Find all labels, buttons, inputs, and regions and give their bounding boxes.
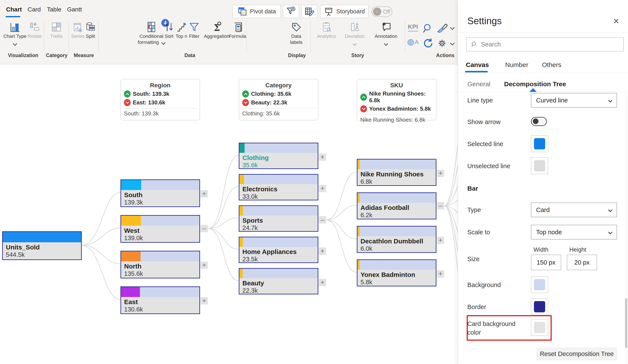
close-icon[interactable]: ×	[613, 16, 619, 26]
collapse-button-category[interactable]: –	[319, 216, 326, 223]
accessibility-button[interactable]: A	[407, 39, 419, 46]
trend-up-icon	[360, 94, 367, 101]
chevron-down-icon	[608, 230, 613, 234]
expand-button-north[interactable]: +	[200, 262, 208, 269]
expand-button-decathlon[interactable]: +	[437, 237, 444, 244]
oa-circle-icon	[407, 39, 414, 46]
tree-node-east[interactable]: East 130.6k	[120, 287, 200, 314]
card-bottom-contributor: East: 130.6k	[133, 99, 165, 106]
pivot-data-button[interactable]: Pivot data	[233, 5, 281, 18]
annotation-chevron-icon[interactable]	[384, 42, 388, 46]
node-bar-fill	[121, 216, 141, 226]
node-bar-fill	[239, 269, 243, 278]
autosave-toggle[interactable]: Off	[372, 6, 392, 17]
summary-card-sku: SKU Nike Running Shoes: 6.8k Yonex Badmi…	[357, 79, 436, 120]
tree-node-south[interactable]: South 139.3k	[120, 179, 200, 207]
group-label-data: Data	[162, 53, 218, 58]
annotation-button[interactable]: Annotation	[369, 21, 403, 44]
unselected-line-color-swatch[interactable]	[531, 157, 548, 174]
tree-node-yonex-badminton[interactable]: Yonex Badminton 5.8k	[357, 259, 436, 287]
subtab-decomposition-tree[interactable]: Decomposition Tree	[504, 80, 566, 88]
tree-node-clothing[interactable]: Clothing 35.6k	[239, 143, 318, 169]
show-arrow-toggle[interactable]	[531, 117, 547, 126]
scrollbar-thumb[interactable]	[625, 298, 627, 348]
tab-gantt[interactable]: Gantt	[67, 6, 82, 13]
data-labels-button[interactable]: Data labels	[279, 21, 314, 45]
panel-divider	[458, 32, 628, 33]
tab-chart[interactable]: Chart	[6, 6, 22, 13]
settings-search-box[interactable]	[466, 37, 624, 51]
subtab-general[interactable]: General	[467, 80, 490, 88]
deviation-button: Deviation	[337, 21, 372, 44]
expand-button-clothing[interactable]: +	[319, 153, 326, 161]
tab-table[interactable]: Table	[47, 6, 61, 13]
tree-node-sports[interactable]: Sports 24.7k	[239, 205, 318, 232]
tree-node-nike-running-shoes[interactable]: Nike Running Shoes 6.8k	[357, 159, 436, 186]
zoom-search-button[interactable]	[422, 22, 434, 35]
card-divider	[124, 108, 197, 109]
search-icon	[471, 41, 477, 48]
card-title: Region	[121, 82, 200, 89]
tree-node-west[interactable]: West 139.0k	[120, 215, 200, 243]
tree-node-beauty[interactable]: Beauty 22.3k	[239, 268, 318, 294]
split-icon	[73, 21, 108, 33]
brush-button[interactable]	[436, 23, 448, 35]
tree-node-decathlon-dumbbell[interactable]: Decathlon Dumbbell 6.0k	[357, 226, 436, 253]
storyboard-button[interactable]: Storyboard	[320, 5, 369, 18]
tree-node-home-appliances[interactable]: Home Appliances 23.5k	[239, 237, 318, 263]
settings-panel: Settings × Canvas Number Others General …	[458, 0, 628, 364]
tab-card[interactable]: Card	[28, 6, 41, 13]
scale-to-dropdown[interactable]: Top node	[531, 225, 617, 239]
formula-button[interactable]: Formula	[220, 21, 255, 39]
tab-canvas[interactable]: Canvas	[466, 61, 489, 69]
split-button[interactable]: Split	[73, 21, 108, 39]
tree-node-electronics[interactable]: Electronics 33.0k	[239, 174, 318, 200]
card-bottom-contributor: Beauty: 22.3k	[251, 99, 287, 106]
active-tab-underline	[6, 16, 20, 17]
expand-button-south[interactable]: +	[200, 190, 208, 198]
search-input[interactable]	[480, 41, 611, 48]
tab-others[interactable]: Others	[542, 61, 561, 69]
tree-node-units-sold[interactable]: Units_Sold 544.5k	[2, 231, 82, 260]
chart-type-chevron-icon[interactable]	[13, 42, 17, 46]
kpi-button[interactable]: KPI	[408, 23, 418, 32]
group-label-measure: Measure	[56, 53, 112, 58]
collapse-button-sku[interactable]: –	[437, 202, 444, 210]
storyboard-icon	[324, 6, 334, 16]
bar-type-dropdown[interactable]: Card	[531, 203, 617, 217]
height-input[interactable]: 20 px	[567, 255, 597, 270]
expand-button-yonex[interactable]: +	[437, 270, 444, 278]
lightning-icon	[373, 7, 381, 16]
table-edit-button[interactable]	[301, 5, 317, 18]
width-input[interactable]: 150 px	[531, 255, 561, 270]
panel-scrollbar[interactable]	[625, 93, 627, 364]
trend-down-icon	[124, 99, 131, 106]
collapse-button-region[interactable]: –	[200, 225, 208, 232]
node-bar-fill	[357, 226, 360, 236]
border-color-swatch[interactable]	[531, 298, 548, 315]
settings-title: Settings	[467, 15, 502, 26]
conditional-formatting-chevron-icon[interactable]	[161, 40, 166, 45]
expand-button-nike[interactable]: +	[437, 170, 444, 177]
card-top-contributor: Clothing: 35.6k	[251, 91, 291, 97]
app-root: Chart Card Table Gantt Chart Type Rotate	[0, 0, 628, 364]
expand-button-east[interactable]: +	[200, 297, 208, 304]
expand-button-electronics[interactable]: +	[319, 185, 326, 192]
line-type-dropdown[interactable]: Curved line	[531, 93, 617, 108]
brush-chevron-icon[interactable]	[450, 25, 455, 30]
refresh-button[interactable]	[422, 37, 434, 50]
background-color-swatch[interactable]	[531, 276, 548, 293]
filter-status-button[interactable]	[283, 5, 299, 18]
expand-button-home-appliances[interactable]: +	[319, 247, 326, 255]
card-divider	[242, 108, 315, 109]
selected-line-color-swatch[interactable]	[531, 135, 548, 152]
reset-decomposition-tree-button[interactable]: Reset Decomposition Tree	[537, 348, 617, 360]
expand-button-beauty[interactable]: +	[319, 279, 326, 286]
card-background-color-swatch[interactable]	[531, 319, 548, 336]
gear-chevron-icon[interactable]	[450, 41, 455, 45]
tree-node-adidas-football[interactable]: Adidas Football 6.2k	[357, 192, 436, 219]
tab-number[interactable]: Number	[505, 61, 528, 69]
data-labels-icon	[279, 21, 314, 33]
tree-node-north[interactable]: North 135.6k	[120, 251, 200, 278]
settings-gear-button[interactable]	[436, 38, 448, 50]
